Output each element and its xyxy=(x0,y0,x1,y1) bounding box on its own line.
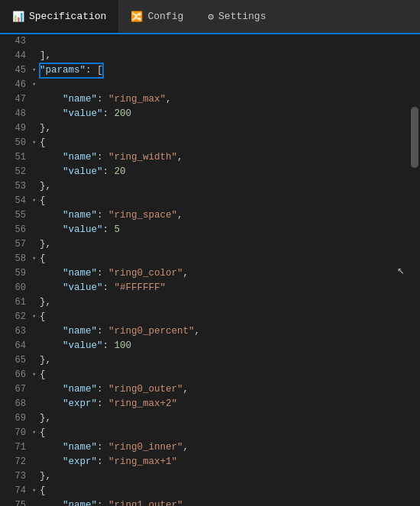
fold-arrow-66[interactable]: ▾ xyxy=(32,368,40,382)
line-number-52: 52 xyxy=(0,165,26,179)
fold-arrow-54[interactable]: ▾ xyxy=(32,194,40,208)
tab-specification[interactable]: 📊 Specification xyxy=(0,0,118,34)
code-line-47: "name": "ring_max", xyxy=(32,92,405,107)
fold-arrow-43[interactable] xyxy=(32,34,40,49)
code-line-72: "expr": "ring_max+1" xyxy=(32,455,405,469)
code-content-66: { xyxy=(40,368,46,382)
fold-arrow-60[interactable] xyxy=(32,281,40,295)
code-content-49: }, xyxy=(40,121,51,136)
code-line-44: ], xyxy=(32,49,405,63)
fold-arrow-75[interactable] xyxy=(32,498,40,506)
line-number-44: 44 xyxy=(0,49,26,63)
line-number-59: 59 xyxy=(0,266,26,281)
line-number-61: 61 xyxy=(0,295,26,310)
settings-icon: ⚙ xyxy=(208,11,214,23)
fold-arrow-51[interactable] xyxy=(32,150,40,165)
fold-arrow-49[interactable] xyxy=(32,121,40,136)
fold-arrow-73[interactable] xyxy=(32,469,40,484)
code-line-53: }, xyxy=(32,179,405,194)
fold-arrow-48[interactable] xyxy=(32,107,40,121)
fold-arrow-62[interactable]: ▾ xyxy=(32,310,40,324)
line-numbers: 4344454647484950515253545556575859606162… xyxy=(0,34,32,506)
code-line-49: }, xyxy=(32,121,405,136)
fold-arrow-45[interactable]: ▾ xyxy=(32,63,40,78)
line-number-69: 69 xyxy=(0,411,26,426)
fold-arrow-71[interactable] xyxy=(32,440,40,455)
code-content-45: "params": [ xyxy=(40,63,103,78)
fold-arrow-55[interactable] xyxy=(32,208,40,223)
line-number-63: 63 xyxy=(0,324,26,339)
line-number-71: 71 xyxy=(0,440,26,455)
fold-arrow-44[interactable] xyxy=(32,49,40,63)
line-number-54: 54 xyxy=(0,194,26,208)
code-content-68: "expr": "ring_max+2" xyxy=(40,397,177,411)
code-line-58: ▾{ xyxy=(32,252,405,266)
line-number-75: 75 xyxy=(0,498,26,506)
tab-config[interactable]: 🔀 Config xyxy=(118,0,195,34)
fold-arrow-59[interactable] xyxy=(32,266,40,281)
line-number-47: 47 xyxy=(0,92,26,107)
line-number-50: 50 xyxy=(0,136,26,150)
code-line-70: ▾{ xyxy=(32,426,405,440)
tab-settings[interactable]: ⚙ Settings xyxy=(195,0,278,34)
fold-arrow-56[interactable] xyxy=(32,223,40,237)
config-icon: 🔀 xyxy=(131,11,143,23)
code-line-54: ▾{ xyxy=(32,194,405,208)
scrollbar[interactable] xyxy=(409,34,420,506)
fold-arrow-61[interactable] xyxy=(32,295,40,310)
code-line-61: }, xyxy=(32,295,405,310)
line-number-46: 46 xyxy=(0,78,26,92)
fold-arrow-69[interactable] xyxy=(32,411,40,426)
line-number-56: 56 xyxy=(0,223,26,237)
code-content-43 xyxy=(40,34,46,49)
line-number-62: 62 xyxy=(0,310,26,324)
fold-arrow-53[interactable] xyxy=(32,179,40,194)
code-line-52: "value": 20 xyxy=(32,165,405,179)
fold-arrow-63[interactable] xyxy=(32,324,40,339)
line-number-73: 73 xyxy=(0,469,26,484)
code-line-74: ▾{ xyxy=(32,484,405,498)
code-content-75: "name": "ring1_outer", xyxy=(40,498,189,506)
fold-arrow-74[interactable]: ▾ xyxy=(32,484,40,498)
code-content-48: "value": 200 xyxy=(40,107,131,121)
code-line-60: "value": "#FFFFFF" xyxy=(32,281,405,295)
fold-arrow-72[interactable] xyxy=(32,455,40,469)
code-content-64: "value": 100 xyxy=(40,339,131,353)
fold-arrow-47[interactable] xyxy=(32,92,40,107)
fold-arrow-70[interactable]: ▾ xyxy=(32,426,40,440)
code-content-70: { xyxy=(40,426,46,440)
code-line-63: "name": "ring0_percent", xyxy=(32,324,405,339)
code-line-64: "value": 100 xyxy=(32,339,405,353)
fold-arrow-46[interactable]: ▾ xyxy=(32,78,40,92)
code-content-60: "value": "#FFFFFF" xyxy=(40,281,166,295)
code-line-69: }, xyxy=(32,411,405,426)
fold-arrow-50[interactable]: ▾ xyxy=(32,136,40,150)
code-content-50: { xyxy=(40,136,46,150)
line-number-48: 48 xyxy=(0,107,26,121)
code-content-73: }, xyxy=(40,469,51,484)
scrollbar-thumb[interactable] xyxy=(411,107,418,168)
app-container: 📊 Specification 🔀 Config ⚙ Settings 4344… xyxy=(0,0,420,506)
code-area[interactable]: ],▾"params": [▾ "name": "ring_max", "val… xyxy=(32,34,420,506)
tab-bar: 📊 Specification 🔀 Config ⚙ Settings xyxy=(0,0,420,34)
code-content-44: ], xyxy=(40,49,51,63)
code-content-61: }, xyxy=(40,295,51,310)
code-content-74: { xyxy=(40,484,46,498)
tab-config-label: Config xyxy=(147,11,183,22)
fold-arrow-52[interactable] xyxy=(32,165,40,179)
code-line-75: "name": "ring1_outer", xyxy=(32,498,405,506)
fold-arrow-65[interactable] xyxy=(32,353,40,368)
line-number-45: 45 xyxy=(0,63,26,78)
fold-arrow-67[interactable] xyxy=(32,382,40,397)
fold-arrow-58[interactable]: ▾ xyxy=(32,252,40,266)
line-number-43: 43 xyxy=(0,34,26,49)
code-content-47: "name": "ring_max", xyxy=(40,92,172,107)
code-content-46 xyxy=(40,78,46,92)
code-content-51: "name": "ring_width", xyxy=(40,150,183,165)
fold-arrow-57[interactable] xyxy=(32,237,40,252)
editor-area: 4344454647484950515253545556575859606162… xyxy=(0,34,420,506)
fold-arrow-68[interactable] xyxy=(32,397,40,411)
fold-arrow-64[interactable] xyxy=(32,339,40,353)
code-content-56: "value": 5 xyxy=(40,223,120,237)
code-content-55: "name": "ring_space", xyxy=(40,208,183,223)
